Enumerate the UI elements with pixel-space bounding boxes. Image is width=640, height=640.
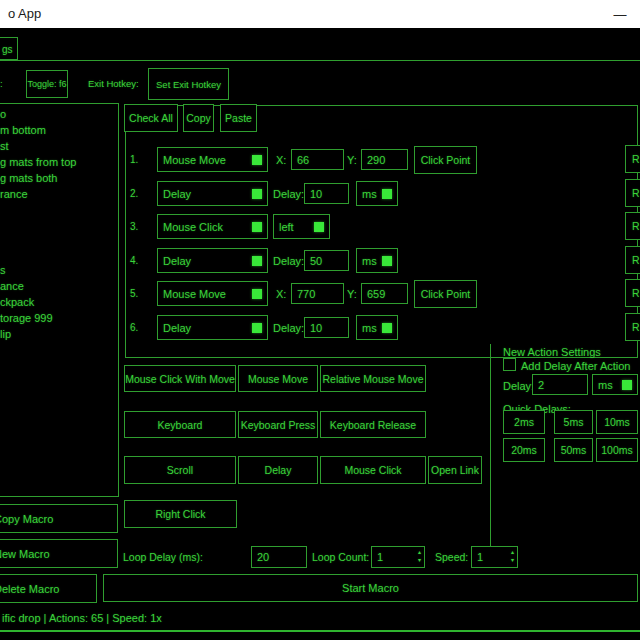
delay-unit-value: ms bbox=[362, 255, 377, 267]
quick-delay-100ms-button[interactable]: 100ms bbox=[596, 438, 638, 462]
dropdown-square-icon bbox=[252, 222, 262, 232]
loop-count-label: Loop Count: bbox=[312, 550, 369, 564]
status-bar: ific drop | Actions: 65 | Speed: 1x bbox=[0, 605, 640, 632]
delay-unit-dropdown[interactable]: ms bbox=[356, 248, 398, 273]
remove-action-button[interactable]: R bbox=[625, 179, 640, 207]
tab-settings-label: gs bbox=[2, 43, 13, 57]
quick-delay-50ms-button[interactable]: 50ms bbox=[554, 438, 593, 462]
macro-list-item[interactable]: g mats both bbox=[0, 170, 118, 186]
add-relative-mouse-move-button[interactable]: Relative Mouse Move bbox=[320, 365, 426, 392]
delay-input[interactable]: 10 bbox=[304, 183, 349, 204]
dropdown-square-icon bbox=[252, 256, 262, 266]
add-open-link-button[interactable]: Open Link bbox=[428, 456, 482, 484]
delete-macro-button[interactable]: Delete Macro bbox=[0, 574, 97, 603]
x-input[interactable]: 770 bbox=[291, 283, 344, 304]
macro-list-item[interactable]: ckpack bbox=[0, 294, 118, 310]
macro-list-item[interactable]: st bbox=[0, 138, 118, 154]
remove-action-button[interactable]: R bbox=[625, 246, 640, 274]
action-type-dropdown[interactable]: Delay bbox=[157, 248, 268, 273]
macro-list-item[interactable]: ance bbox=[0, 278, 118, 294]
delay-unit-dropdown[interactable]: ms bbox=[356, 315, 398, 340]
action-type-dropdown[interactable]: Mouse Move bbox=[157, 147, 268, 172]
spinner-up-icon[interactable]: ▴ bbox=[418, 548, 421, 556]
copy-actions-button[interactable]: Copy bbox=[183, 104, 214, 132]
macro-list-group2: s ance ckpack torage 999 lip bbox=[0, 262, 118, 342]
macro-list-item[interactable]: lip bbox=[0, 326, 118, 342]
remove-action-button[interactable]: R bbox=[625, 212, 640, 240]
click-point-button[interactable]: Click Point bbox=[414, 146, 477, 174]
remove-action-button[interactable]: R bbox=[625, 313, 640, 341]
spinner-down-icon[interactable]: ▾ bbox=[418, 556, 421, 564]
speed-stepper[interactable]: 1 ▴▾ bbox=[471, 546, 518, 568]
dropdown-square-icon bbox=[252, 155, 262, 165]
delay-input[interactable]: 10 bbox=[304, 317, 349, 338]
y-input[interactable]: 290 bbox=[361, 149, 408, 170]
action-type-value: Delay bbox=[163, 255, 191, 267]
title-bar: o App — bbox=[0, 0, 640, 28]
toggle-hotkey-button[interactable]: Toggle: f6 bbox=[26, 70, 68, 98]
add-mouse-click-with-move-button[interactable]: Mouse Click With Move bbox=[124, 365, 236, 392]
remove-action-button[interactable]: R bbox=[625, 279, 640, 307]
macro-list-item[interactable]: s bbox=[0, 262, 118, 278]
delay-unit-value: ms bbox=[362, 188, 377, 200]
dropdown-square-icon bbox=[382, 323, 392, 333]
quick-delay-5ms-button[interactable]: 5ms bbox=[554, 410, 593, 434]
macro-list-item[interactable]: rance bbox=[0, 186, 118, 202]
mouse-button-dropdown[interactable]: left bbox=[273, 214, 330, 239]
add-delay-after-action-checkbox[interactable] bbox=[503, 358, 516, 371]
new-macro-button[interactable]: New Macro bbox=[0, 539, 118, 568]
add-keyboard-button[interactable]: Keyboard bbox=[124, 411, 236, 438]
minimize-button[interactable]: — bbox=[606, 2, 634, 26]
tab-strip-divider bbox=[0, 60, 640, 61]
remove-action-button[interactable]: R bbox=[625, 145, 640, 173]
delay-unit-dropdown[interactable]: ms bbox=[356, 181, 398, 206]
loop-delay-label: Loop Delay (ms): bbox=[123, 550, 203, 564]
speed-value: 1 bbox=[477, 551, 483, 563]
macro-list-item[interactable]: g mats from top bbox=[0, 154, 118, 170]
macro-list-item[interactable]: o bbox=[0, 106, 118, 122]
quick-delay-10ms-button[interactable]: 10ms bbox=[596, 410, 638, 434]
add-delay-button[interactable]: Delay bbox=[238, 456, 318, 484]
add-mouse-click-button[interactable]: Mouse Click bbox=[320, 456, 426, 484]
add-mouse-move-button[interactable]: Mouse Move bbox=[238, 365, 318, 392]
x-label: X: bbox=[276, 153, 286, 167]
set-exit-hotkey-button[interactable]: Set Exit Hotkey bbox=[148, 68, 229, 100]
loop-count-value: 1 bbox=[377, 551, 383, 563]
paste-actions-button[interactable]: Paste bbox=[220, 104, 257, 132]
add-keyboard-release-button[interactable]: Keyboard Release bbox=[320, 411, 426, 438]
check-all-button[interactable]: Check All bbox=[124, 104, 178, 132]
status-text: ific drop | Actions: 65 | Speed: 1x bbox=[2, 612, 162, 624]
action-type-value: Delay bbox=[163, 188, 191, 200]
nas-delay-unit-dropdown[interactable]: ms bbox=[592, 374, 638, 395]
quick-delay-2ms-button[interactable]: 2ms bbox=[503, 410, 545, 434]
start-macro-button[interactable]: Start Macro bbox=[103, 574, 638, 602]
loop-count-stepper[interactable]: 1 ▴▾ bbox=[371, 546, 425, 568]
dropdown-square-icon bbox=[252, 289, 262, 299]
macro-list-item[interactable]: torage 999 bbox=[0, 310, 118, 326]
action-type-dropdown[interactable]: Mouse Click bbox=[157, 214, 268, 239]
action-type-dropdown[interactable]: Delay bbox=[157, 315, 268, 340]
macro-list-item[interactable]: m bottom bbox=[0, 122, 118, 138]
tab-settings[interactable]: gs bbox=[0, 37, 18, 60]
new-action-settings-divider bbox=[490, 344, 491, 546]
quick-delay-20ms-button[interactable]: 20ms bbox=[503, 438, 545, 462]
add-right-click-button[interactable]: Right Click bbox=[124, 500, 237, 528]
action-row-number: 6. bbox=[130, 321, 138, 335]
y-input[interactable]: 659 bbox=[361, 283, 408, 304]
action-row-number: 3. bbox=[130, 220, 138, 234]
nas-delay-label: Delay: bbox=[503, 379, 534, 393]
x-input[interactable]: 66 bbox=[291, 149, 344, 170]
action-type-dropdown[interactable]: Mouse Move bbox=[157, 281, 268, 306]
spinner-down-icon[interactable]: ▾ bbox=[511, 556, 514, 564]
y-label: Y: bbox=[347, 153, 357, 167]
loop-delay-input[interactable]: 20 bbox=[251, 546, 307, 568]
copy-macro-button[interactable]: Copy Macro bbox=[0, 504, 118, 533]
delay-label: Delay: bbox=[273, 321, 304, 335]
add-scroll-button[interactable]: Scroll bbox=[124, 456, 236, 484]
action-type-dropdown[interactable]: Delay bbox=[157, 181, 268, 206]
nas-delay-input[interactable]: 2 bbox=[532, 374, 588, 395]
spinner-up-icon[interactable]: ▴ bbox=[511, 548, 514, 556]
click-point-button[interactable]: Click Point bbox=[414, 280, 477, 308]
add-keyboard-press-button[interactable]: Keyboard Press bbox=[238, 411, 318, 438]
delay-input[interactable]: 50 bbox=[304, 250, 349, 271]
